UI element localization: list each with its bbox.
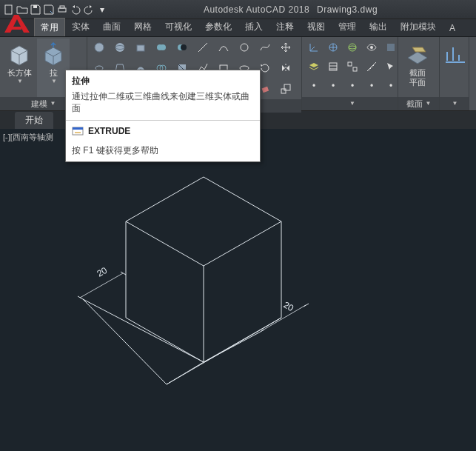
visualstyle-icon[interactable] (382, 39, 400, 56)
drawing-canvas[interactable]: [-][西南等轴测 20 20 (0, 129, 476, 451)
svg-point-12 (181, 44, 187, 50)
box-label: 长方体 (7, 68, 32, 78)
svg-rect-32 (387, 44, 395, 51)
3dorbit-icon[interactable] (343, 39, 361, 56)
svg-rect-26 (281, 89, 286, 93)
tab-output[interactable]: 输出 (363, 17, 394, 36)
arc-icon[interactable] (215, 39, 232, 56)
tooltip-f1: 按 F1 键获得更多帮助 (66, 141, 260, 161)
more4-icon[interactable]: • (363, 77, 381, 95)
ribbon-tabs: 常用 实体 曲面 网格 可视化 参数化 插入 注释 视图 管理 输出 附加模块 … (0, 19, 476, 37)
section-plane-button[interactable]: 截面 平面 (401, 39, 434, 97)
tooltip-command: EXTRUDE (66, 121, 260, 141)
section-plane-label: 截面 平面 (409, 68, 426, 87)
layer-icon[interactable] (305, 58, 323, 76)
svg-rect-27 (284, 84, 290, 90)
tab-surface[interactable]: 曲面 (96, 17, 127, 36)
subtract-icon[interactable] (173, 39, 191, 56)
more5-icon[interactable]: • (382, 77, 400, 95)
start-tab[interactable]: 开始 (15, 112, 53, 129)
svg-point-30 (349, 46, 356, 49)
qat-redo-icon[interactable] (83, 4, 95, 16)
svg-rect-25 (262, 87, 269, 93)
line-icon[interactable] (194, 39, 212, 56)
svg-point-6 (115, 43, 124, 52)
dim-left: 20 (95, 265, 110, 279)
qat-saveas-icon[interactable] (43, 4, 55, 16)
chevron-down-icon: ▼ (51, 78, 57, 84)
tab-home[interactable]: 常用 (34, 18, 65, 36)
app-menu-button[interactable] (1, 13, 33, 36)
qat-dropdown-icon[interactable]: ▾ (96, 4, 108, 16)
sphere-icon[interactable] (111, 39, 129, 56)
svg-rect-34 (348, 62, 352, 66)
qat-undo-icon[interactable] (70, 4, 81, 16)
measure-icon[interactable] (363, 58, 381, 76)
circle-icon[interactable] (235, 39, 253, 56)
window-title: Autodesk AutoCAD 2018 Drawing3.dwg (108, 4, 473, 15)
chart-icon (443, 41, 468, 67)
tooltip: 拉伸 通过拉伸二维或三维曲线来创建三维实体或曲面 EXTRUDE 按 F1 键获… (65, 70, 261, 162)
svg-rect-0 (5, 5, 12, 14)
view-icon[interactable] (363, 39, 381, 56)
move-icon[interactable] (277, 39, 295, 56)
mirror-icon[interactable] (277, 59, 295, 77)
panel-title-section[interactable]: 截面▼ (398, 97, 439, 110)
viewport-label[interactable]: [-][西南等轴测 (3, 132, 53, 143)
drawing-svg: 20 20 (0, 129, 476, 451)
qat-print-icon[interactable] (56, 4, 68, 16)
union-icon[interactable] (152, 39, 170, 56)
section-plane-icon (405, 41, 430, 67)
ucs-world-icon[interactable] (324, 39, 342, 56)
box-icon (7, 41, 32, 67)
svg-point-29 (349, 44, 356, 51)
svg-rect-2 (58, 8, 66, 12)
group-icon[interactable] (343, 58, 361, 76)
tab-view[interactable]: 视图 (301, 17, 332, 36)
command-icon (72, 125, 84, 137)
presspull-icon[interactable] (132, 39, 150, 56)
tab-more[interactable]: A (443, 19, 462, 36)
more1-icon[interactable]: • (305, 77, 323, 95)
ucs-icon[interactable] (305, 39, 323, 56)
chevron-down-icon: ▼ (17, 78, 23, 84)
properties-icon[interactable] (324, 58, 342, 76)
more-button[interactable] (443, 39, 468, 97)
tab-addins[interactable]: 附加模块 (394, 17, 443, 36)
tab-parametric[interactable]: 参数化 (198, 17, 238, 36)
svg-rect-1 (33, 5, 37, 8)
svg-rect-4 (11, 27, 21, 30)
tab-manage[interactable]: 管理 (332, 17, 363, 36)
tab-solid[interactable]: 实体 (65, 17, 96, 36)
extrude-icon (41, 41, 66, 67)
tab-insert[interactable]: 插入 (238, 17, 269, 36)
tab-visualize[interactable]: 可视化 (158, 17, 198, 36)
svg-point-13 (241, 44, 248, 51)
svg-rect-37 (73, 127, 83, 130)
panel-title-more[interactable]: ▼ (440, 97, 469, 110)
box-button[interactable]: 长方体 ▼ (3, 39, 36, 97)
panel-title-coords[interactable]: ▼ (302, 97, 398, 110)
more3-icon[interactable]: • (343, 77, 361, 95)
tab-mesh[interactable]: 网格 (127, 17, 158, 36)
svg-rect-8 (137, 45, 144, 51)
select-icon[interactable] (382, 58, 400, 76)
svg-point-10 (160, 44, 166, 50)
tooltip-desc: 通过拉伸二维或三维曲线来创建三维实体或曲面 (66, 89, 260, 120)
svg-rect-3 (60, 6, 64, 8)
svg-point-31 (370, 46, 373, 49)
svg-rect-35 (353, 67, 357, 71)
dim-right: 20 (282, 299, 296, 313)
tooltip-title: 拉伸 (66, 70, 260, 89)
tab-annotate[interactable]: 注释 (269, 17, 301, 36)
svg-point-5 (95, 43, 104, 52)
spline-icon[interactable] (256, 39, 274, 56)
more2-icon[interactable]: • (324, 77, 342, 95)
scale-icon[interactable] (277, 80, 295, 98)
extrude-label: 拉 (50, 68, 58, 78)
polysolid-icon[interactable] (90, 39, 108, 56)
